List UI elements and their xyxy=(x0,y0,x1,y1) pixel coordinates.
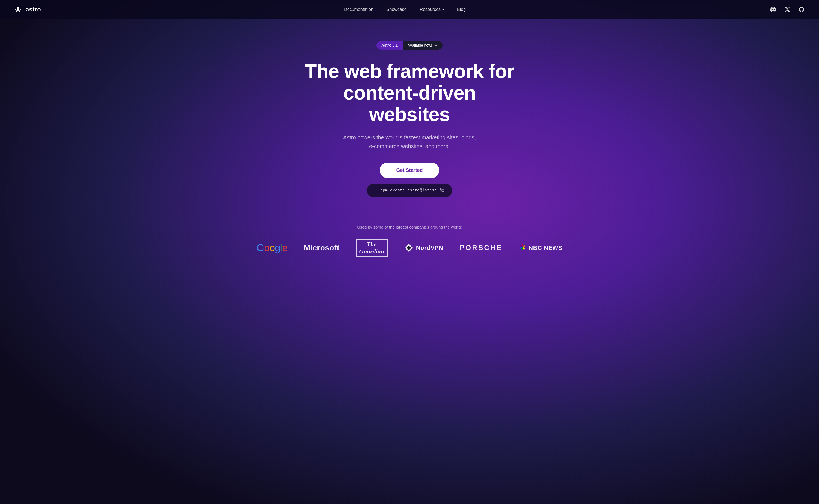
hero-title-line1: The web framework for xyxy=(305,60,514,82)
version-label: Astro 5.1 xyxy=(376,41,403,50)
nbc-peacock-icon xyxy=(519,243,526,253)
navbar: astro Documentation Showcase Resources ▾… xyxy=(0,0,819,19)
brand-nbc: NBC NEWS xyxy=(519,243,562,253)
arrow-icon: → xyxy=(434,43,438,47)
brands-label: Used by some of the largest companies ar… xyxy=(357,225,462,229)
nav-social-icons xyxy=(769,5,806,14)
brand-nordvpn: NordVPN xyxy=(404,243,443,253)
page-wrapper: astro Documentation Showcase Resources ▾… xyxy=(0,0,819,504)
brand-microsoft: Microsoft xyxy=(304,244,340,252)
guardian-line1: The xyxy=(359,241,384,248)
chevron-down-icon: ▾ xyxy=(442,8,444,11)
logo-text: astro xyxy=(26,6,41,13)
get-started-button[interactable]: Get Started xyxy=(380,163,439,178)
hero-subtitle: Astro powers the world's fastest marketi… xyxy=(341,133,478,151)
brands-row: Google Microsoft The Guardian NordVPN PO… xyxy=(257,239,562,257)
nav-links: Documentation Showcase Resources ▾ Blog xyxy=(344,7,466,12)
brand-google: Google xyxy=(257,242,288,254)
nav-resources[interactable]: Resources ▾ xyxy=(420,7,444,12)
svg-point-1 xyxy=(20,9,21,10)
github-icon[interactable] xyxy=(797,5,806,14)
nav-resources-label: Resources xyxy=(420,7,441,12)
npm-command-text: npm create astro@latest xyxy=(380,188,437,193)
copy-icon[interactable] xyxy=(440,188,444,193)
nav-blog[interactable]: Blog xyxy=(457,7,466,12)
hero-section: Astro 5.1 Available now! → The web frame… xyxy=(0,19,819,214)
logo[interactable]: astro xyxy=(13,5,41,14)
brand-porsche: PORSCHE xyxy=(460,244,503,252)
version-cta: Available now! → xyxy=(403,41,443,50)
astro-logo-icon xyxy=(13,5,23,14)
nordvpn-text: NordVPN xyxy=(416,244,443,251)
svg-rect-2 xyxy=(442,189,444,192)
nav-showcase[interactable]: Showcase xyxy=(387,7,407,12)
svg-point-0 xyxy=(15,9,16,10)
hero-title-line2: content-driven websites xyxy=(343,82,476,125)
npm-command[interactable]: › npm create astro@latest xyxy=(367,184,452,197)
discord-icon[interactable] xyxy=(769,5,778,14)
x-twitter-icon[interactable] xyxy=(783,5,792,14)
nordvpn-icon xyxy=(404,243,414,253)
brand-guardian: The Guardian xyxy=(356,239,388,257)
version-badge[interactable]: Astro 5.1 Available now! → xyxy=(376,41,443,50)
hero-title: The web framework for content-driven web… xyxy=(300,61,519,125)
version-cta-text: Available now! xyxy=(408,43,432,47)
guardian-line2: Guardian xyxy=(359,248,384,255)
npm-prompt-icon: › xyxy=(375,188,377,193)
nav-documentation[interactable]: Documentation xyxy=(344,7,373,12)
nbc-text: NBC NEWS xyxy=(528,244,562,251)
brands-section: Used by some of the largest companies ar… xyxy=(0,214,819,279)
